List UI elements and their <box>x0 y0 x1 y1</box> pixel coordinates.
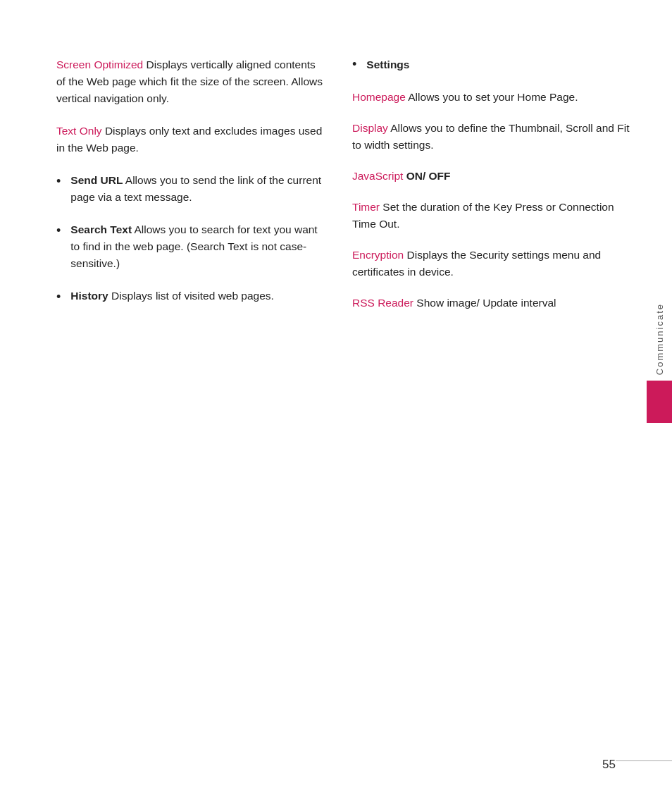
rss-reader-desc: Show image/ Update interval <box>413 297 556 309</box>
left-column: Screen Optimized Displays vertically ali… <box>56 56 324 326</box>
homepage-desc: Allows you to set your Home Page. <box>406 91 578 103</box>
homepage-term: Homepage <box>352 91 406 103</box>
screen-optimized-block: Screen Optimized Displays vertically ali… <box>56 56 324 107</box>
encryption-term: Encryption <box>352 249 404 261</box>
display-item: Display Allows you to define the Thumbna… <box>352 120 630 154</box>
search-text-term: Search Text <box>70 223 132 235</box>
settings-header: • Settings <box>352 56 630 73</box>
display-desc: Allows you to define the Thumbnail, Scro… <box>352 122 629 151</box>
rss-reader-term: RSS Reader <box>352 297 413 309</box>
display-term: Display <box>352 122 388 134</box>
search-text-item: • Search Text Allows you to search for t… <box>56 221 324 272</box>
text-only-block: Text Only Displays only text and exclude… <box>56 123 324 156</box>
javascript-term: JavaScript <box>352 170 403 182</box>
screen-optimized-term: Screen Optimized <box>56 58 143 70</box>
right-column: • Settings Homepage Allows you to set yo… <box>352 56 630 326</box>
homepage-item: Homepage Allows you to set your Home Pag… <box>352 89 630 106</box>
bullet-dot-history: • <box>56 288 61 306</box>
javascript-desc: ON/ OFF <box>403 170 450 182</box>
rss-reader-item: RSS Reader Show image/ Update interval <box>352 295 630 312</box>
send-url-item: • Send URL Allows you to send the link o… <box>56 172 324 206</box>
page: Screen Optimized Displays vertically ali… <box>0 0 672 807</box>
search-text-content: Search Text Allows you to search for tex… <box>70 221 324 272</box>
history-item: • History Displays list of visited web p… <box>56 288 324 306</box>
side-tab-text: Communicate <box>654 303 665 375</box>
settings-label: Settings <box>366 56 409 73</box>
encryption-item: Encryption Displays the Security setting… <box>352 247 630 281</box>
side-tab: Communicate <box>647 296 672 423</box>
text-only-term: Text Only <box>56 125 102 137</box>
history-term: History <box>70 290 108 302</box>
side-tab-bar <box>647 381 672 423</box>
history-content: History Displays list of visited web pag… <box>70 288 274 304</box>
timer-desc: Set the duration of the Key Press or Con… <box>352 201 614 230</box>
bullet-dot-search-text: • <box>56 222 61 240</box>
history-desc: Displays list of visited web pages. <box>108 290 274 302</box>
send-url-term: Send URL <box>70 174 123 186</box>
javascript-item: JavaScript ON/ OFF <box>352 168 630 185</box>
timer-item: Timer Set the duration of the Key Press … <box>352 199 630 233</box>
content-area: Screen Optimized Displays vertically ali… <box>0 56 672 326</box>
settings-bullet-dot: • <box>352 57 356 72</box>
bullet-dot-send-url: • <box>56 173 61 190</box>
timer-term: Timer <box>352 201 380 213</box>
send-url-content: Send URL Allows you to send the link of … <box>70 172 324 206</box>
divider-line <box>616 760 672 761</box>
settings-items: Homepage Allows you to set your Home Pag… <box>352 89 630 312</box>
page-number: 55 <box>602 758 616 772</box>
